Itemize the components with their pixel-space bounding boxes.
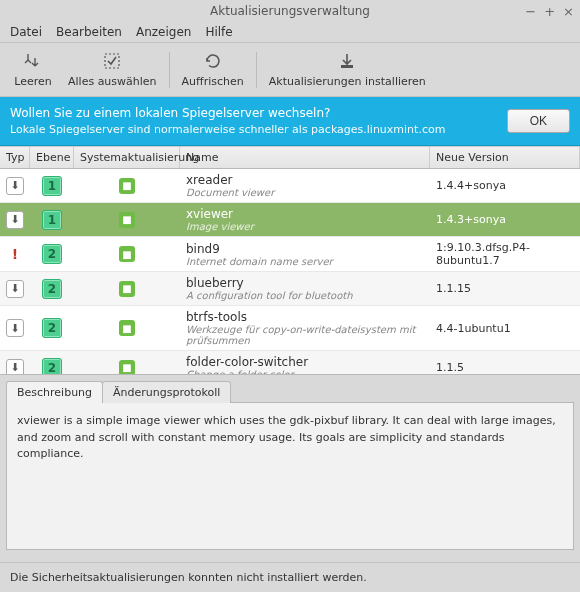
package-version: 1.1.5 [430, 357, 580, 375]
menu-edit[interactable]: Bearbeiten [56, 25, 122, 39]
checkbox-icon[interactable]: ■ [119, 246, 135, 262]
refresh-icon [204, 51, 222, 71]
statusbar: Die Sicherheitsaktualisierungen konnten … [0, 562, 580, 592]
toolbar-separator [169, 52, 170, 88]
infobar-title: Wollen Sie zu einem lokalen Spiegelserve… [10, 105, 445, 122]
clear-icon [24, 51, 42, 71]
col-typ[interactable]: Typ [0, 147, 30, 168]
package-desc: Werkzeuge für copy-on-write-dateisystem … [186, 324, 424, 346]
window: Aktualisierungsverwaltung − + × Datei Be… [0, 0, 580, 592]
package-desc: Document viewer [186, 187, 424, 198]
checkbox-icon[interactable]: ■ [119, 320, 135, 336]
level-badge: 1 [42, 176, 62, 196]
tab-description-content: xviewer is a simple image viewer which u… [6, 402, 574, 550]
checkbox-icon[interactable]: ■ [119, 178, 135, 194]
titlebar: Aktualisierungsverwaltung − + × [0, 0, 580, 22]
table-row[interactable]: ⬇1■xreaderDocument viewer1.4.4+sonya [0, 169, 580, 203]
menu-help[interactable]: Hilfe [205, 25, 232, 39]
tabs-area: Beschreibung Änderungsprotokoll xviewer … [0, 375, 580, 556]
col-ver[interactable]: Neue Version [430, 147, 580, 168]
package-version: 4.4-1ubuntu1 [430, 318, 580, 339]
download-icon: ⬇ [6, 319, 24, 337]
table-header: Typ Ebene Systemaktualisierung Name Neue… [0, 146, 580, 169]
package-name: folder-color-switcher [186, 355, 424, 369]
package-name: btrfs-tools [186, 310, 424, 324]
install-icon [338, 51, 356, 71]
select-all-button[interactable]: Alles auswählen [60, 47, 165, 92]
checkbox-icon[interactable]: ■ [119, 281, 135, 297]
package-desc: Image viewer [186, 221, 424, 232]
level-badge: 2 [42, 244, 62, 264]
menubar: Datei Bearbeiten Anzeigen Hilfe [0, 22, 580, 43]
clear-label: Leeren [14, 75, 52, 88]
package-name: xreader [186, 173, 424, 187]
download-icon: ⬇ [6, 280, 24, 298]
select-all-label: Alles auswählen [68, 75, 157, 88]
install-button[interactable]: Aktualisierungen installieren [261, 47, 434, 92]
tab-description[interactable]: Beschreibung [6, 381, 103, 403]
minimize-icon[interactable]: − [525, 5, 536, 18]
package-version: 1.4.4+sonya [430, 175, 580, 196]
svg-rect-1 [341, 65, 353, 68]
menu-view[interactable]: Anzeigen [136, 25, 191, 39]
package-name: xviewer [186, 207, 424, 221]
toolbar: Leeren Alles auswählen Auffrischen Aktua… [0, 43, 580, 97]
level-badge: 2 [42, 318, 62, 338]
warning-icon: ! [12, 246, 18, 262]
install-label: Aktualisierungen installieren [269, 75, 426, 88]
close-icon[interactable]: × [563, 5, 574, 18]
checkbox-icon[interactable]: ■ [119, 212, 135, 228]
download-icon: ⬇ [6, 359, 24, 376]
tab-changelog[interactable]: Änderungsprotokoll [102, 381, 231, 403]
download-icon: ⬇ [6, 177, 24, 195]
col-name[interactable]: Name [180, 147, 430, 168]
level-badge: 1 [42, 210, 62, 230]
select-all-icon [103, 51, 121, 71]
col-sys[interactable]: Systemaktualisierung [74, 147, 180, 168]
svg-rect-0 [105, 54, 119, 68]
package-version: 1:9.10.3.dfsg.P4-8ubuntu1.7 [430, 237, 580, 271]
toolbar-separator [256, 52, 257, 88]
package-desc: A configuration tool for bluetooth [186, 290, 424, 301]
menu-file[interactable]: Datei [10, 25, 42, 39]
infobar-subtitle: Lokale Spiegelserver sind normalerweise … [10, 122, 445, 137]
table-row[interactable]: ⬇2■folder-color-switcherChange a folder … [0, 351, 580, 375]
level-badge: 2 [42, 358, 62, 376]
download-icon: ⬇ [6, 211, 24, 229]
package-name: bind9 [186, 242, 424, 256]
maximize-icon[interactable]: + [544, 5, 555, 18]
col-ebene[interactable]: Ebene [30, 147, 74, 168]
clear-button[interactable]: Leeren [6, 47, 60, 92]
checkbox-icon[interactable]: ■ [119, 360, 135, 376]
infobar: Wollen Sie zu einem lokalen Spiegelserve… [0, 97, 580, 146]
table-row[interactable]: ⬇2■blueberryA configuration tool for blu… [0, 272, 580, 306]
table-row[interactable]: ⬇1■xviewerImage viewer1.4.3+sonya [0, 203, 580, 237]
table-row[interactable]: ⬇2■btrfs-toolsWerkzeuge für copy-on-writ… [0, 306, 580, 351]
ok-button[interactable]: OK [507, 109, 570, 133]
update-table: Typ Ebene Systemaktualisierung Name Neue… [0, 146, 580, 375]
refresh-button[interactable]: Auffrischen [174, 47, 252, 92]
window-title: Aktualisierungsverwaltung [210, 4, 370, 18]
package-desc: Internet domain name server [186, 256, 424, 267]
package-name: blueberry [186, 276, 424, 290]
refresh-label: Auffrischen [182, 75, 244, 88]
table-row[interactable]: !2■bind9Internet domain name server1:9.1… [0, 237, 580, 272]
level-badge: 2 [42, 279, 62, 299]
table-body[interactable]: ⬇1■xreaderDocument viewer1.4.4+sonya⬇1■x… [0, 169, 580, 375]
package-version: 1.1.15 [430, 278, 580, 299]
package-version: 1.4.3+sonya [430, 209, 580, 230]
